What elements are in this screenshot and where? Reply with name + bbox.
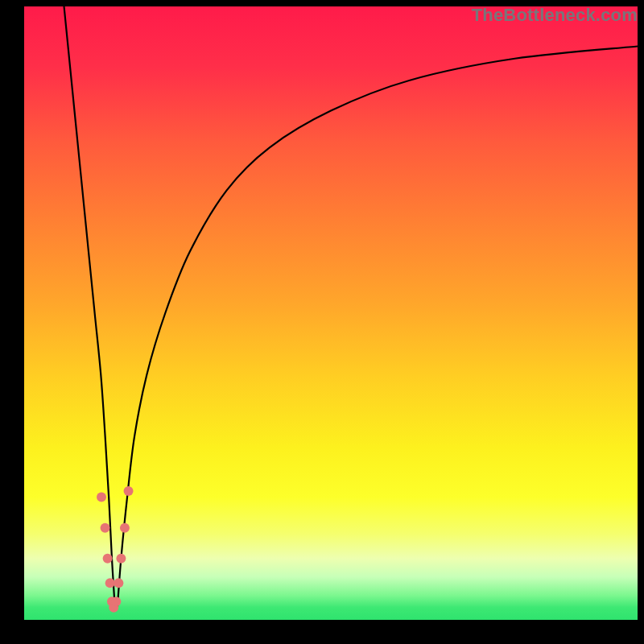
valley-dot [103,554,113,564]
valley-dot [97,493,106,502]
valley-dot [111,597,121,606]
valley-dot [124,486,134,496]
outer-frame: TheBottleneck.com [0,0,644,644]
valley-dots-group [97,486,134,613]
valley-dot [120,523,130,533]
valley-dot [116,554,126,564]
curve-left [64,6,115,608]
curve-right [118,47,638,608]
valley-dot [114,578,123,588]
valley-dot [101,523,110,533]
chart-svg [24,6,638,620]
valley-dot [105,578,115,588]
